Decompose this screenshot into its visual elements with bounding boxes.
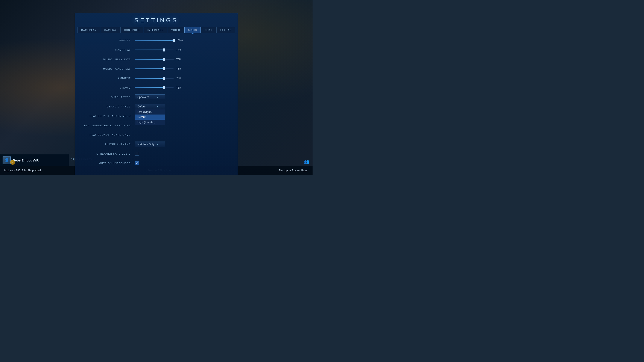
output-type-row: OUTPUT TYPE Speakers ▼ [84,94,229,100]
music-gameplay-slider-fill [135,68,164,69]
music-playlists-slider-container: 75% [135,58,229,61]
player-bar: 👤 Pepe EmbodyVR 1 [0,154,69,166]
crowd-slider-track[interactable] [135,87,174,88]
ambient-slider-track[interactable] [135,78,174,79]
player-anthems-dropdown[interactable]: Matches Only ▼ [135,142,165,147]
music-playlists-label: MUSIC - PLAYLISTS [84,58,135,61]
music-gameplay-slider-value: 75% [176,67,185,70]
gameplay-slider-fill [135,49,164,50]
output-type-value: Speakers [138,96,149,99]
tab-audio[interactable]: AUDIO [184,27,201,33]
music-playlists-slider-value: 75% [176,58,185,61]
player-anthems-chevron-icon: ▼ [157,143,159,146]
soundtrack-game-label: PLAY SOUNDTRACK IN GAME [84,134,135,136]
master-label: MASTER [84,39,135,42]
ambient-row: AMBIENT 75% [84,75,229,81]
gameplay-slider-thumb[interactable] [163,48,165,51]
settings-title: SETTINGS [75,13,238,27]
gameplay-row: GAMEPLAY 75% [84,47,229,53]
checkmark-icon: ✓ [136,162,138,165]
bottom-bar-right: Tier Up in Rocket Pass! [279,169,308,172]
crowd-slider-value: 75% [176,86,185,89]
ambient-slider-value: 75% [176,77,185,80]
crowd-slider-thumb[interactable] [163,86,165,89]
dynamic-range-dropdown-btn[interactable]: Default ▼ [135,104,165,109]
mute-unfocused-checkbox[interactable]: ✓ [135,161,139,165]
master-slider-container: 100% [135,39,229,42]
ambient-label: AMBIENT [84,77,135,79]
crowd-slider-fill [135,87,164,88]
rank-badge: 1 [10,160,15,165]
dynamic-range-menu: Low (Night) Default High (Theater) [135,109,165,125]
gameplay-slider-container: 75% [135,48,229,51]
soundtrack-training-label: PLAY SOUNDTRACK IN TRAINING [84,124,135,127]
output-type-chevron-icon: ▼ [157,96,159,98]
master-slider-thumb[interactable] [172,39,175,42]
player-anthems-dropdown-btn[interactable]: Matches Only ▼ [135,142,165,147]
gameplay-label: GAMEPLAY [84,49,135,51]
music-playlists-slider-fill [135,59,164,60]
dynamic-range-option-low-night[interactable]: Low (Night) [135,109,165,114]
streamer-safe-checkbox[interactable] [135,152,139,156]
player-name: Pepe EmbodyVR [13,158,39,162]
soundtrack-game-row: PLAY SOUNDTRACK IN GAME [84,132,229,138]
tab-gameplay[interactable]: GAMEPLAY [78,27,100,33]
player-anthems-label: PLAYER ANTHEMS [84,143,135,146]
music-gameplay-slider-track[interactable] [135,68,174,69]
music-playlists-slider-thumb[interactable] [163,58,165,61]
music-playlists-row: MUSIC - PLAYLISTS 75% [84,56,229,62]
dynamic-range-value: Default [138,105,146,108]
dynamic-range-option-high-theater[interactable]: High (Theater) [135,120,165,125]
crowd-label: CROWD [84,86,135,89]
mute-unfocused-checkbox-container: ✓ [135,161,139,165]
bottom-bar-left: McLaren 765LT in Shop Now! [4,169,41,172]
friends-icon[interactable]: 👥 [304,159,309,164]
settings-content: MASTER 100% GAMEPLAY 75% MUSIC - [75,33,238,174]
avatar: 👤 [2,156,11,164]
settings-panel: SETTINGS GAMEPLAY CAMERA CONTROLS INTERF… [75,13,238,175]
ambient-slider-container: 75% [135,77,229,80]
tab-interface[interactable]: INTERFACE [144,27,167,33]
dynamic-range-label: DYNAMIC RANGE [84,105,135,108]
output-type-dropdown[interactable]: Speakers ▼ [135,94,165,100]
streamer-safe-label: STREAMER SAFE MUSIC [84,152,135,155]
ambient-slider-thumb[interactable] [163,77,165,80]
output-type-dropdown-btn[interactable]: Speakers ▼ [135,94,165,100]
mute-unfocused-label: MUTE ON UNFOCUSED [84,162,135,164]
music-gameplay-row: MUSIC - GAMEPLAY 75% [84,66,229,72]
ambient-slider-fill [135,78,164,79]
tab-extras[interactable]: EXTRAS [216,27,235,33]
music-gameplay-label: MUSIC - GAMEPLAY [84,67,135,70]
master-slider-track[interactable] [135,40,174,41]
tab-controls[interactable]: CONTROLS [120,27,144,33]
tab-chat[interactable]: CHAT [201,27,216,33]
soundtrack-menu-label: PLAY SOUNDTRACK IN MENU [84,115,135,117]
master-slider-value: 100% [176,39,185,42]
tab-video[interactable]: VIDEO [168,27,184,33]
dynamic-range-option-default[interactable]: Default [135,114,165,120]
mute-unfocused-row: MUTE ON UNFOCUSED ✓ [84,160,229,166]
streamer-safe-row: STREAMER SAFE MUSIC [84,151,229,157]
music-playlists-slider-track[interactable] [135,59,174,60]
crowd-slider-container: 75% [135,86,229,89]
avatar-icon: 👤 [4,158,9,163]
player-anthems-value: Matches Only [138,143,154,146]
music-gameplay-slider-thumb[interactable] [163,67,165,70]
dynamic-range-chevron-icon: ▼ [157,105,159,108]
gameplay-slider-value: 75% [176,48,185,51]
master-slider-fill [135,40,174,41]
tabs-bar: GAMEPLAY CAMERA CONTROLS INTERFACE VIDEO… [75,27,238,33]
crowd-row: CROWD 75% [84,85,229,91]
dynamic-range-row: DYNAMIC RANGE Default ▼ Low (Night) Defa… [84,104,229,110]
output-type-label: OUTPUT TYPE [84,96,135,98]
master-row: MASTER 100% [84,37,229,43]
tab-camera[interactable]: CAMERA [101,27,120,33]
gameplay-slider-track[interactable] [135,49,174,50]
player-anthems-row: PLAYER ANTHEMS Matches Only ▼ [84,141,229,147]
dynamic-range-dropdown[interactable]: Default ▼ Low (Night) Default High (Thea… [135,104,165,109]
music-gameplay-slider-container: 75% [135,67,229,70]
streamer-safe-checkbox-container [135,152,139,156]
